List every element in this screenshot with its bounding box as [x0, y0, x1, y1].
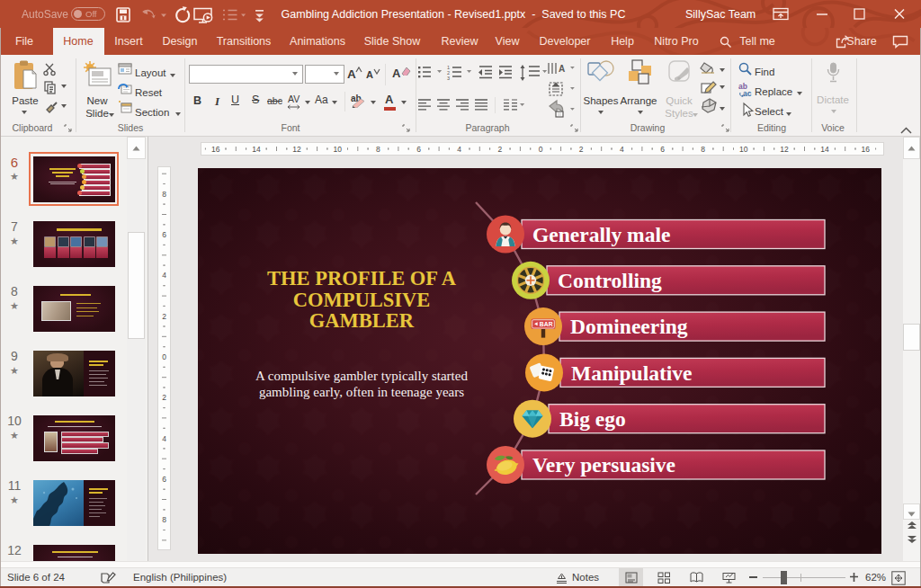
svg-text:6: 6	[162, 475, 166, 484]
svg-text:4: 4	[620, 145, 624, 154]
svg-text:2: 2	[162, 393, 166, 402]
svg-text:12: 12	[780, 145, 789, 154]
svg-text:10: 10	[333, 145, 342, 154]
svg-text:6: 6	[660, 145, 665, 154]
svg-text:ac: ac	[743, 89, 752, 98]
svg-text:GAMBLER: GAMBLER	[309, 309, 415, 332]
svg-text:6: 6	[416, 145, 421, 154]
svg-text:2: 2	[162, 312, 166, 321]
svg-text:2: 2	[579, 145, 584, 154]
svg-text:8: 8	[376, 145, 380, 154]
svg-text:Generally male: Generally male	[532, 223, 670, 246]
svg-text:0: 0	[162, 352, 166, 361]
svg-text:8: 8	[701, 145, 705, 154]
svg-text:14: 14	[820, 145, 829, 154]
svg-text:8: 8	[162, 515, 166, 524]
svg-text:8: 8	[162, 190, 166, 199]
svg-text:COMPULSIVE: COMPULSIVE	[293, 289, 431, 311]
svg-text:Domineering: Domineering	[570, 315, 688, 338]
svg-text:gambling early, often in teena: gambling early, often in teenage years	[259, 385, 464, 399]
svg-text:0: 0	[539, 145, 543, 154]
svg-text:16: 16	[862, 145, 871, 154]
svg-text:BAR: BAR	[540, 321, 553, 327]
svg-text:4: 4	[162, 271, 166, 280]
svg-text:Big ego: Big ego	[559, 407, 626, 431]
svg-text:10: 10	[739, 145, 748, 154]
svg-text:Very persuasive: Very persuasive	[532, 453, 675, 477]
svg-text:12: 12	[292, 145, 301, 154]
svg-text:14: 14	[252, 145, 261, 154]
svg-text:THE PROFILE OF A: THE PROFILE OF A	[267, 267, 457, 290]
svg-text:4: 4	[162, 434, 166, 443]
svg-text:Manipulative: Manipulative	[571, 361, 692, 385]
svg-text:3: 3	[447, 76, 450, 81]
svg-text:4: 4	[457, 145, 461, 154]
svg-text:16: 16	[211, 145, 220, 154]
svg-text:Controlling: Controlling	[558, 269, 662, 292]
svg-text:2: 2	[497, 145, 502, 154]
svg-text:6: 6	[162, 230, 166, 239]
svg-text:A: A	[559, 64, 565, 74]
svg-text:A compulsive gambler typically: A compulsive gambler typically started	[255, 369, 468, 383]
